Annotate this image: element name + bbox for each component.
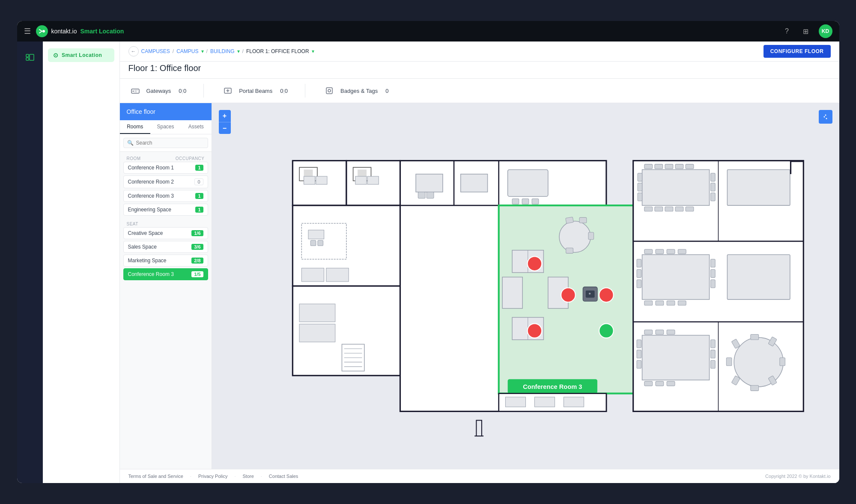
breadcrumb-back-button[interactable]: ← <box>128 46 139 56</box>
seat-item-creative[interactable]: Creative Space 1/6 <box>123 227 208 239</box>
svg-rect-109 <box>678 301 686 305</box>
grid-icon[interactable]: ⊞ <box>800 25 812 37</box>
search-wrap[interactable]: 🔍 <box>123 138 208 148</box>
footer-link-contact[interactable]: Contact Sales <box>269 474 298 479</box>
svg-rect-33 <box>299 324 335 342</box>
svg-rect-2 <box>26 54 29 57</box>
breadcrumb-sep-3: / <box>242 48 244 54</box>
room-label: Room <box>127 156 141 161</box>
room-name-conf1: Conference Room 1 <box>128 165 174 171</box>
svg-rect-98 <box>710 183 715 191</box>
svg-rect-122 <box>655 381 663 385</box>
room-item-conf2[interactable]: Conference Room 2 0 <box>123 175 208 188</box>
main-content: ← CAMPUSES / CAMPUS ▾ / BUILDING ▾ / FLO… <box>120 42 839 483</box>
svg-rect-90 <box>654 207 662 211</box>
footer-link-privacy[interactable]: Privacy Policy <box>198 474 227 479</box>
svg-rect-120 <box>667 330 675 334</box>
portal-beams-stat: Portal Beams 0|0 <box>221 84 305 98</box>
svg-rect-118 <box>644 330 652 334</box>
seat-badge-creative: 1/6 <box>191 230 203 236</box>
svg-rect-54 <box>565 217 573 223</box>
filter-button[interactable] <box>819 110 832 124</box>
svg-rect-89 <box>644 207 652 211</box>
svg-rect-128 <box>710 350 715 358</box>
content-wrapper: ⊙ Smart Location ← CAMPUSES / CAMPUS ▾ /… <box>17 42 839 483</box>
svg-rect-57 <box>566 248 573 254</box>
svg-rect-93 <box>686 207 694 211</box>
zoom-out-button[interactable]: − <box>219 122 231 134</box>
top-bar: ← CAMPUSES / CAMPUS ▾ / BUILDING ▾ / FLO… <box>120 42 839 62</box>
footer-copyright: Copyright 2022 © by Kontakt.io <box>765 474 830 479</box>
room-badge-conf2: 0 <box>194 178 203 185</box>
svg-rect-48 <box>507 169 548 196</box>
breadcrumb-campus[interactable]: CAMPUS <box>176 48 198 54</box>
user-avatar[interactable]: KD <box>819 24 832 38</box>
svg-point-68 <box>599 323 613 338</box>
floor-plan-area[interactable]: + − <box>212 103 839 469</box>
breadcrumb-floor-dropdown[interactable]: ▾ <box>312 48 314 54</box>
seat-name-sales: Sales Space <box>128 244 157 250</box>
svg-rect-4 <box>30 54 34 60</box>
svg-rect-131 <box>750 335 758 340</box>
svg-point-71 <box>589 293 591 294</box>
smart-location-nav-icon[interactable] <box>21 48 39 65</box>
breadcrumb-building[interactable]: BUILDING <box>210 48 235 54</box>
svg-rect-111 <box>637 270 641 278</box>
tab-assets[interactable]: Assets <box>181 120 211 134</box>
svg-rect-137 <box>726 358 732 366</box>
svg-rect-23 <box>316 176 327 184</box>
menu-icon[interactable]: ☰ <box>24 27 31 36</box>
svg-rect-114 <box>710 270 715 278</box>
seat-label: Seat <box>127 222 138 226</box>
svg-rect-105 <box>678 249 686 254</box>
breadcrumb-floor: FLOOR 1: OFFICE FLOOR <box>246 48 309 54</box>
tab-rooms[interactable]: Rooms <box>120 120 150 134</box>
help-icon[interactable]: ? <box>781 25 793 37</box>
configure-floor-button[interactable]: CONFIGURE FLOOR <box>764 45 831 58</box>
svg-rect-76 <box>534 397 555 407</box>
breadcrumb-campus-dropdown[interactable]: ▾ <box>201 48 204 54</box>
room-badge-conf3: 1 <box>195 193 203 199</box>
svg-rect-29 <box>317 240 323 246</box>
svg-rect-88 <box>686 164 694 169</box>
svg-rect-94 <box>638 173 642 181</box>
svg-rect-25 <box>367 176 379 184</box>
room-item-conf3[interactable]: Conference Room 3 1 <box>123 190 208 202</box>
room-name-conf2: Conference Room 2 <box>128 179 174 185</box>
svg-rect-95 <box>638 183 642 191</box>
footer-link-terms[interactable]: Terms of Sale and Service <box>128 474 183 479</box>
seat-item-conf3-active[interactable]: Conference Room 3 1/5 <box>123 268 208 280</box>
svg-point-130 <box>734 338 783 387</box>
panel-search: 🔍 <box>120 134 212 152</box>
svg-rect-100 <box>727 169 790 205</box>
search-input[interactable] <box>136 140 204 146</box>
svg-rect-84 <box>644 164 652 169</box>
topnav-actions: ? ⊞ KD <box>781 24 832 38</box>
svg-rect-28 <box>310 240 316 246</box>
svg-point-1 <box>42 30 45 33</box>
zoom-in-button[interactable]: + <box>219 110 231 122</box>
svg-rect-127 <box>710 340 715 348</box>
svg-rect-3 <box>26 58 29 60</box>
svg-rect-51 <box>532 199 539 204</box>
seat-item-marketing[interactable]: Marketing Space 2/8 <box>123 255 208 267</box>
breadcrumb-sep-1: / <box>173 48 174 54</box>
gateways-stat: Gateways 0|0 <box>128 84 204 98</box>
portal-beams-label: Portal Beams <box>239 88 272 94</box>
svg-rect-30 <box>301 268 324 282</box>
room-item-eng[interactable]: Engineering Space 1 <box>123 204 208 216</box>
room-name-conf3: Conference Room 3 <box>128 193 174 199</box>
tab-spaces[interactable]: Spaces <box>150 120 181 134</box>
seat-section-header: Seat <box>123 219 208 227</box>
smart-location-sidebar: ⊙ Smart Location <box>43 42 120 483</box>
svg-rect-106 <box>644 301 652 305</box>
svg-point-12 <box>826 118 827 119</box>
svg-rect-108 <box>667 301 675 305</box>
smart-location-button[interactable]: ⊙ Smart Location <box>48 48 114 62</box>
room-item-conf1[interactable]: Conference Room 1 1 <box>123 162 208 174</box>
seat-item-sales[interactable]: Sales Space 3/6 <box>123 241 208 253</box>
breadcrumb-building-dropdown[interactable]: ▾ <box>237 48 240 54</box>
badges-tags-count: 0 <box>385 88 388 94</box>
footer-link-store[interactable]: Store <box>242 474 254 479</box>
breadcrumb-campuses[interactable]: CAMPUSES <box>141 48 170 54</box>
